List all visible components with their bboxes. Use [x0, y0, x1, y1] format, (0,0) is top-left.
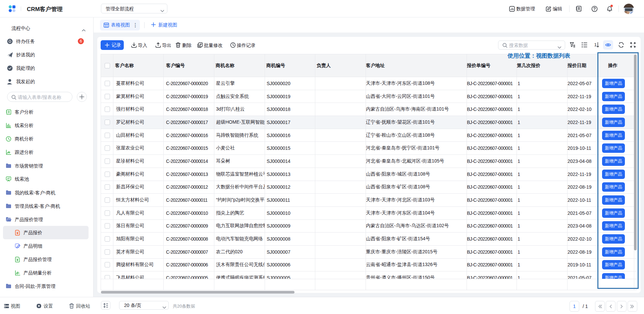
- svg-text:1: 1: [594, 42, 597, 47]
